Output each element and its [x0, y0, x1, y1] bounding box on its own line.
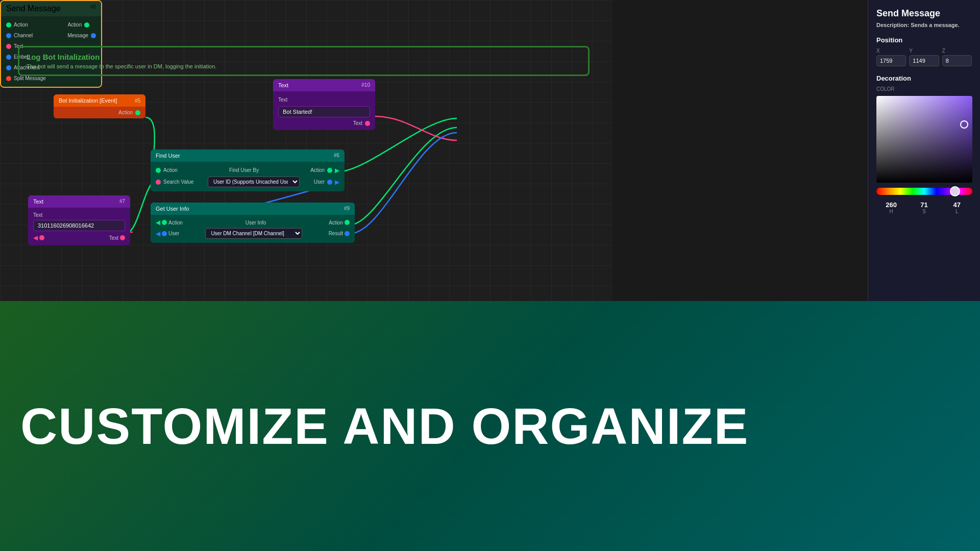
y-input[interactable]	[909, 55, 939, 66]
x-field: X	[876, 48, 906, 66]
text-10-output-port[interactable]	[365, 121, 370, 126]
send-msg-label: Send Message	[6, 4, 61, 13]
text-7-id: #7	[119, 198, 125, 205]
find-user-action-port[interactable]	[156, 168, 161, 173]
s-label: S	[922, 209, 926, 214]
send-msg-splitmsg-port[interactable]	[6, 76, 11, 81]
x-label: X	[876, 48, 906, 54]
right-panel: Send Message Description: Sends a messag…	[868, 0, 980, 301]
find-user-node[interactable]: Find User #6 Action Find User By Action …	[151, 149, 345, 191]
l-value: 47	[953, 201, 961, 209]
send-msg-action-out: Action	[67, 22, 96, 28]
z-label: Z	[942, 48, 972, 54]
find-user-action-in: Action	[156, 167, 178, 173]
find-user-body: Action Find User By Action ▶ Search Valu…	[151, 162, 345, 191]
l-label: L	[955, 209, 959, 214]
y-label: Y	[909, 48, 939, 54]
find-user-action-out-port[interactable]	[327, 168, 332, 173]
bot-init-id: #5	[135, 98, 140, 104]
bot-init-action-label: Action	[118, 110, 133, 115]
text-10-body: Text Text	[273, 91, 375, 130]
text-7-body: Text ◀ Text	[28, 208, 130, 245]
text-10-field-label: Text	[278, 97, 287, 103]
text-10-output-label: Text	[353, 120, 362, 126]
get-user-header: Get User Info #9	[151, 203, 355, 215]
text-7-header: Text #7	[28, 195, 130, 208]
panel-description: Description: Sends a message.	[876, 22, 972, 28]
h-field: 260 H	[876, 201, 906, 214]
find-user-header: Find User #6	[151, 149, 345, 162]
send-msg-embed-port[interactable]	[6, 55, 11, 60]
decoration-section: Decoration COLOR 260 H 71 S 47 L	[876, 74, 972, 214]
bot-init-action-port[interactable]	[135, 110, 140, 115]
z-field: Z	[942, 48, 972, 66]
bottom-section: CUSTOMIZE AND ORGANIZE	[0, 301, 980, 551]
send-msg-channel-in: Channel	[6, 33, 46, 38]
desc-value: Sends a message.	[911, 22, 959, 28]
color-picker-cursor[interactable]	[960, 120, 968, 129]
get-user-body: ◀ Action User Info Action ◀ User User DM	[151, 215, 355, 243]
hsl-fields: 260 H 71 S 47 L	[876, 201, 972, 214]
text-node-10[interactable]: Text #10 Text Text	[273, 79, 375, 130]
find-user-dropdown[interactable]: User ID (Supports Uncached User)	[208, 177, 300, 187]
send-msg-id: #8	[90, 4, 96, 13]
text-7-field-label: Text	[33, 212, 42, 218]
h-value: 260	[886, 201, 897, 209]
bot-init-header: Bot Initialization [Event] #5	[54, 94, 145, 107]
desc-label: Description:	[876, 22, 909, 28]
rainbow-slider[interactable]	[876, 188, 972, 195]
panel-title: Send Message	[876, 8, 972, 19]
get-user-action-out-port[interactable]	[345, 220, 350, 225]
text-node-7[interactable]: Text #7 Text ◀ Text	[28, 195, 130, 245]
get-user-user-in-port[interactable]	[162, 231, 167, 236]
send-msg-message-out-port[interactable]	[91, 33, 96, 38]
position-section: Position X Y Z	[876, 36, 972, 66]
position-title: Position	[876, 36, 972, 44]
l-field: 47 L	[942, 201, 972, 214]
send-msg-text-port[interactable]	[6, 44, 11, 49]
get-user-label: Get User Info	[156, 206, 189, 212]
send-msg-splitmsg-in: Split Message	[6, 76, 46, 81]
text-10-output: Text	[278, 120, 370, 126]
text-10-header: Text #10	[273, 79, 375, 91]
get-user-dropdown[interactable]: User DM Channel [DM Channel]	[205, 228, 302, 239]
z-input[interactable]	[942, 55, 972, 66]
logbot-frame: Log Bot Initalization The bot will send …	[18, 46, 590, 76]
bot-init-node[interactable]: Bot Initialization [Event] #5 Action	[54, 94, 145, 118]
text-10-input[interactable]	[278, 106, 370, 117]
get-user-info-label: User Info	[246, 220, 266, 226]
s-field: 71 S	[909, 201, 939, 214]
bot-init-body: Action	[54, 107, 145, 118]
find-user-field-label: Find User By	[229, 167, 259, 173]
position-fields: X Y Z	[876, 48, 972, 66]
text-10-label: Text	[278, 82, 288, 88]
text-10-id: #10	[361, 82, 370, 88]
text-7-output-port[interactable]	[120, 235, 125, 240]
bot-init-label: Bot Initialization [Event]	[59, 97, 117, 104]
send-msg-header: Send Message #8	[1, 1, 101, 16]
send-msg-channel-port[interactable]	[6, 33, 11, 38]
color-picker-area[interactable]	[876, 96, 972, 183]
text-7-input[interactable]	[33, 220, 125, 231]
find-user-user-out-port[interactable]	[327, 180, 332, 185]
get-user-result-out-port[interactable]	[345, 231, 350, 236]
logbot-description: The bot will send a message to the speci…	[27, 63, 581, 69]
find-user-search-in: Search Value	[156, 179, 193, 185]
get-user-action-in-port[interactable]	[162, 220, 167, 225]
send-msg-action-out-port[interactable]	[84, 22, 89, 28]
rainbow-thumb[interactable]	[950, 186, 960, 196]
x-input[interactable]	[876, 55, 906, 66]
send-msg-message-out: Message	[67, 33, 96, 38]
canvas-area: Log Bot Initalization The bot will send …	[0, 0, 612, 301]
text-7-left-port[interactable]	[39, 235, 44, 240]
find-user-id: #6	[334, 153, 339, 159]
find-user-label: Find User	[156, 153, 180, 159]
send-msg-action-in: Action	[6, 22, 46, 28]
send-msg-attachment-port[interactable]	[6, 65, 11, 70]
text-10-field-row: Text	[278, 97, 370, 103]
text-7-output-label: Text	[109, 235, 118, 241]
get-user-info-node[interactable]: Get User Info #9 ◀ Action User Info Acti…	[151, 203, 355, 243]
send-msg-action-port[interactable]	[6, 22, 11, 28]
find-user-search-port[interactable]	[156, 180, 161, 185]
customize-text: CUSTOMIZE AND ORGANIZE	[20, 397, 749, 456]
